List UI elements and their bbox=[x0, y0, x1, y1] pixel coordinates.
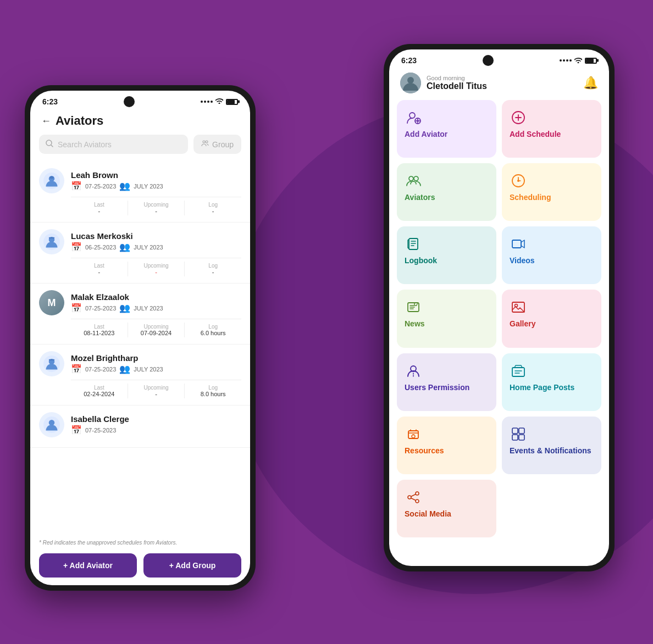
right-phone-screen: 6:23 bbox=[389, 49, 609, 566]
back-arrow-icon[interactable]: ← bbox=[41, 115, 51, 127]
svg-rect-30 bbox=[409, 238, 418, 249]
menu-item-news[interactable]: News bbox=[397, 290, 496, 347]
svg-rect-44 bbox=[519, 435, 524, 440]
avatar bbox=[39, 351, 64, 376]
aviator-top: M Malak Elzaalok 📅 07-25-2023 👥 JULY 202… bbox=[39, 290, 241, 315]
aviator-month: JULY 2023 bbox=[134, 305, 163, 312]
svg-point-25 bbox=[414, 176, 418, 181]
signal-dot-r1 bbox=[560, 59, 562, 62]
aviator-name: Lucas Merkoski bbox=[71, 231, 163, 241]
menu-item-home-page-posts[interactable]: Home Page Posts bbox=[502, 353, 601, 411]
stat-log: Log 8.0 hours bbox=[185, 384, 241, 398]
add-aviator-icon bbox=[405, 109, 422, 126]
aviator-meta: 📅 07-25-2023 👥 JULY 2023 bbox=[71, 364, 163, 374]
svg-rect-41 bbox=[512, 428, 518, 434]
wifi-icon-right bbox=[574, 57, 582, 65]
stat-log: Log - bbox=[185, 201, 241, 215]
menu-item-add-aviator[interactable]: Add Aviator bbox=[397, 100, 496, 158]
header-left: Good morning Cletodell Titus bbox=[400, 73, 487, 93]
list-item[interactable]: M Malak Elzaalok 📅 07-25-2023 👥 JULY 202… bbox=[30, 284, 250, 345]
add-schedule-icon bbox=[510, 109, 527, 126]
events-notifications-icon bbox=[510, 425, 527, 443]
user-name: Cletodell Titus bbox=[427, 81, 487, 91]
search-icon bbox=[46, 140, 53, 149]
signal-dots bbox=[201, 101, 213, 103]
stat-upcoming: Upcoming - bbox=[128, 262, 185, 276]
calendar-icon: 📅 bbox=[71, 181, 82, 191]
add-group-button[interactable]: + Add Group bbox=[143, 553, 241, 578]
add-aviator-label: Add Aviator bbox=[405, 130, 489, 138]
right-header: Good morning Cletodell Titus 🔔 bbox=[389, 68, 609, 100]
menu-item-social-media[interactable]: Social Media bbox=[397, 480, 496, 537]
avatar bbox=[39, 168, 64, 193]
wifi-icon bbox=[215, 98, 223, 106]
svg-point-14 bbox=[49, 420, 55, 426]
bottom-note: * Red indicates the unapproved schedules… bbox=[30, 540, 250, 546]
left-status-bar: 6:23 bbox=[30, 91, 250, 109]
list-item[interactable]: Isabella Clerge 📅 07-25-2023 bbox=[30, 406, 250, 448]
aviator-stats: Last - Upcoming - Log - bbox=[71, 258, 241, 276]
logbook-label: Logbook bbox=[405, 256, 489, 265]
svg-rect-43 bbox=[512, 435, 518, 440]
menu-item-gallery[interactable]: Gallery bbox=[502, 290, 601, 347]
signal-dot-r4 bbox=[569, 59, 572, 62]
bell-icon[interactable]: 🔔 bbox=[583, 76, 598, 90]
list-item[interactable]: Leah Brown 📅 07-25-2023 👥 JULY 2023 Last… bbox=[30, 162, 250, 223]
add-schedule-label: Add Schedule bbox=[510, 130, 594, 138]
menu-item-add-schedule[interactable]: Add Schedule bbox=[502, 100, 601, 158]
aviator-name: Mozel Brightharp bbox=[71, 353, 163, 363]
left-notch bbox=[124, 96, 135, 107]
aviator-top: Leah Brown 📅 07-25-2023 👥 JULY 2023 bbox=[39, 168, 241, 193]
aviator-meta: 📅 06-25-2023 👥 JULY 2023 bbox=[71, 242, 163, 252]
aviator-name: Isabella Clerge bbox=[71, 414, 129, 424]
svg-point-16 bbox=[407, 77, 414, 84]
svg-rect-12 bbox=[49, 359, 55, 360]
avatar bbox=[39, 229, 64, 254]
aviator-date: 07-25-2023 bbox=[85, 427, 116, 434]
svg-rect-31 bbox=[512, 240, 521, 248]
stat-last: Last - bbox=[71, 262, 128, 276]
aviator-meta: 📅 07-25-2023 👥 JULY 2023 bbox=[71, 303, 163, 313]
events-notifications-label: Events & Notifications bbox=[510, 446, 594, 455]
menu-item-scheduling[interactable]: Scheduling bbox=[502, 163, 601, 221]
list-item[interactable]: Mozel Brightharp 📅 07-25-2023 👥 JULY 202… bbox=[30, 345, 250, 406]
menu-item-aviators[interactable]: Aviators bbox=[397, 163, 496, 221]
aviator-name: Leah Brown bbox=[71, 170, 163, 180]
aviator-meta: 📅 07-25-2023 bbox=[71, 425, 129, 435]
svg-rect-9 bbox=[49, 237, 55, 238]
svg-line-1 bbox=[51, 145, 53, 147]
social-media-label: Social Media bbox=[405, 509, 489, 518]
aviator-meta: 📅 07-25-2023 👥 JULY 2023 bbox=[71, 181, 163, 191]
list-item[interactable]: Lucas Merkoski 📅 06-25-2023 👥 JULY 2023 … bbox=[30, 223, 250, 284]
group-box[interactable]: Group bbox=[193, 135, 241, 154]
aviator-stats: Last 08-11-2023 Upcoming 07-09-2024 Log … bbox=[71, 319, 241, 337]
gallery-label: Gallery bbox=[510, 319, 594, 328]
signal-dot-r2 bbox=[563, 59, 565, 62]
videos-icon bbox=[510, 235, 527, 253]
left-status-icons bbox=[201, 98, 238, 106]
greeting-text: Good morning bbox=[427, 75, 487, 81]
home-page-posts-icon bbox=[510, 362, 527, 380]
right-status-bar: 6:23 bbox=[389, 49, 609, 68]
menu-item-logbook[interactable]: Logbook bbox=[397, 226, 496, 284]
add-aviator-button[interactable]: + Add Aviator bbox=[39, 553, 137, 578]
search-box[interactable]: Search Aviators bbox=[39, 135, 188, 154]
calendar-icon: 📅 bbox=[71, 303, 82, 313]
right-phone: 6:23 bbox=[384, 44, 615, 571]
menu-item-events-notifications[interactable]: Events & Notifications bbox=[502, 417, 601, 474]
battery-icon bbox=[226, 99, 238, 105]
svg-point-47 bbox=[416, 499, 419, 503]
menu-item-videos[interactable]: Videos bbox=[502, 226, 601, 284]
home-page-posts-label: Home Page Posts bbox=[510, 383, 594, 392]
avatar-inner bbox=[400, 73, 421, 93]
aviator-top: Mozel Brightharp 📅 07-25-2023 👥 JULY 202… bbox=[39, 351, 241, 376]
calendar-icon: 📅 bbox=[71, 242, 82, 252]
aviator-date: 07-25-2023 bbox=[85, 183, 116, 190]
gallery-icon bbox=[510, 298, 527, 316]
svg-point-24 bbox=[409, 176, 413, 181]
menu-item-resources[interactable]: Resources bbox=[397, 417, 496, 474]
menu-item-users-permission[interactable]: Users Permission bbox=[397, 353, 496, 411]
search-row: Search Aviators Group bbox=[30, 135, 250, 162]
resources-label: Resources bbox=[405, 446, 489, 455]
search-input-placeholder: Search Aviators bbox=[58, 140, 112, 149]
